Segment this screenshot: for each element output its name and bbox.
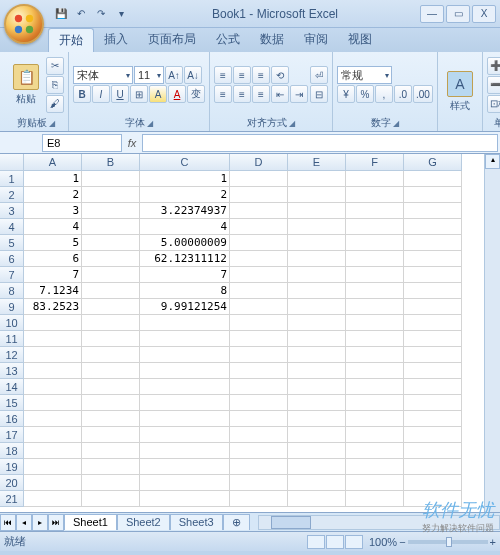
- save-icon[interactable]: 💾: [52, 5, 70, 23]
- tab-审阅[interactable]: 审阅: [294, 28, 338, 52]
- cut-button[interactable]: ✂: [46, 57, 64, 75]
- cell-G6[interactable]: [404, 251, 462, 267]
- cell-C3[interactable]: 3.22374937: [140, 203, 230, 219]
- cell-G9[interactable]: [404, 299, 462, 315]
- cell-B21[interactable]: [82, 491, 140, 507]
- fill-color-button[interactable]: A: [149, 85, 167, 103]
- align-launcher-icon[interactable]: ◢: [289, 119, 295, 128]
- phonetic-button[interactable]: 变: [187, 85, 205, 103]
- cell-G4[interactable]: [404, 219, 462, 235]
- row-header-14[interactable]: 14: [0, 379, 24, 395]
- cell-D18[interactable]: [230, 443, 288, 459]
- font-name-combo[interactable]: 宋体: [73, 66, 133, 84]
- cell-A12[interactable]: [24, 347, 82, 363]
- select-all-corner[interactable]: [0, 154, 24, 171]
- vertical-scrollbar[interactable]: ▴: [484, 154, 500, 512]
- row-header-19[interactable]: 19: [0, 459, 24, 475]
- cell-G11[interactable]: [404, 331, 462, 347]
- cell-E14[interactable]: [288, 379, 346, 395]
- align-bottom-button[interactable]: ≡: [252, 66, 270, 84]
- sheet-tab-Sheet2[interactable]: Sheet2: [117, 514, 170, 530]
- row-header-9[interactable]: 9: [0, 299, 24, 315]
- cell-E21[interactable]: [288, 491, 346, 507]
- row-header-7[interactable]: 7: [0, 267, 24, 283]
- row-header-2[interactable]: 2: [0, 187, 24, 203]
- cell-A20[interactable]: [24, 475, 82, 491]
- cell-C1[interactable]: 1: [140, 171, 230, 187]
- cell-F11[interactable]: [346, 331, 404, 347]
- formula-input[interactable]: [142, 134, 498, 152]
- cell-B9[interactable]: [82, 299, 140, 315]
- cell-C9[interactable]: 9.99121254: [140, 299, 230, 315]
- cell-E12[interactable]: [288, 347, 346, 363]
- font-size-combo[interactable]: 11: [134, 66, 164, 84]
- cell-A16[interactable]: [24, 411, 82, 427]
- cell-D16[interactable]: [230, 411, 288, 427]
- zoom-out-button[interactable]: −: [399, 536, 405, 548]
- cell-G19[interactable]: [404, 459, 462, 475]
- cell-G12[interactable]: [404, 347, 462, 363]
- border-button[interactable]: ⊞: [130, 85, 148, 103]
- cell-E1[interactable]: [288, 171, 346, 187]
- align-left-button[interactable]: ≡: [214, 85, 232, 103]
- cell-F4[interactable]: [346, 219, 404, 235]
- cell-D5[interactable]: [230, 235, 288, 251]
- cell-A8[interactable]: 7.1234: [24, 283, 82, 299]
- comma-button[interactable]: ,: [375, 85, 393, 103]
- row-header-20[interactable]: 20: [0, 475, 24, 491]
- tab-公式[interactable]: 公式: [206, 28, 250, 52]
- row-header-3[interactable]: 3: [0, 203, 24, 219]
- name-box[interactable]: E8: [42, 134, 122, 152]
- cell-B13[interactable]: [82, 363, 140, 379]
- page-layout-view-button[interactable]: [326, 535, 344, 549]
- cell-E13[interactable]: [288, 363, 346, 379]
- font-color-button[interactable]: A: [168, 85, 186, 103]
- cell-D8[interactable]: [230, 283, 288, 299]
- row-header-5[interactable]: 5: [0, 235, 24, 251]
- cell-E2[interactable]: [288, 187, 346, 203]
- increase-decimal-button[interactable]: .0: [394, 85, 412, 103]
- zoom-thumb[interactable]: [446, 537, 452, 547]
- percent-button[interactable]: %: [356, 85, 374, 103]
- cell-B12[interactable]: [82, 347, 140, 363]
- cell-F17[interactable]: [346, 427, 404, 443]
- cell-A15[interactable]: [24, 395, 82, 411]
- clipboard-launcher-icon[interactable]: ◢: [49, 119, 55, 128]
- column-header-B[interactable]: B: [82, 154, 140, 171]
- cell-F6[interactable]: [346, 251, 404, 267]
- zoom-level[interactable]: 100%: [369, 536, 397, 548]
- column-header-E[interactable]: E: [288, 154, 346, 171]
- cell-C8[interactable]: 8: [140, 283, 230, 299]
- cell-B14[interactable]: [82, 379, 140, 395]
- cell-D14[interactable]: [230, 379, 288, 395]
- cell-G15[interactable]: [404, 395, 462, 411]
- minimize-button[interactable]: —: [420, 5, 444, 23]
- cell-D13[interactable]: [230, 363, 288, 379]
- cell-F14[interactable]: [346, 379, 404, 395]
- italic-button[interactable]: I: [92, 85, 110, 103]
- sheet-nav-last[interactable]: ⏭: [48, 514, 64, 531]
- cell-C6[interactable]: 62.12311112: [140, 251, 230, 267]
- underline-button[interactable]: U: [111, 85, 129, 103]
- cell-F15[interactable]: [346, 395, 404, 411]
- redo-icon[interactable]: ↷: [92, 5, 110, 23]
- cell-F7[interactable]: [346, 267, 404, 283]
- sheet-nav-prev[interactable]: ◂: [16, 514, 32, 531]
- sheet-nav-next[interactable]: ▸: [32, 514, 48, 531]
- cell-C4[interactable]: 4: [140, 219, 230, 235]
- cell-G18[interactable]: [404, 443, 462, 459]
- cell-C19[interactable]: [140, 459, 230, 475]
- cell-E17[interactable]: [288, 427, 346, 443]
- cell-B10[interactable]: [82, 315, 140, 331]
- row-header-17[interactable]: 17: [0, 427, 24, 443]
- cell-E8[interactable]: [288, 283, 346, 299]
- decrease-indent-button[interactable]: ⇤: [271, 85, 289, 103]
- cell-F1[interactable]: [346, 171, 404, 187]
- cell-E18[interactable]: [288, 443, 346, 459]
- styles-button[interactable]: A 样式: [442, 54, 478, 129]
- cell-D21[interactable]: [230, 491, 288, 507]
- row-header-4[interactable]: 4: [0, 219, 24, 235]
- cell-C17[interactable]: [140, 427, 230, 443]
- column-header-D[interactable]: D: [230, 154, 288, 171]
- cell-A18[interactable]: [24, 443, 82, 459]
